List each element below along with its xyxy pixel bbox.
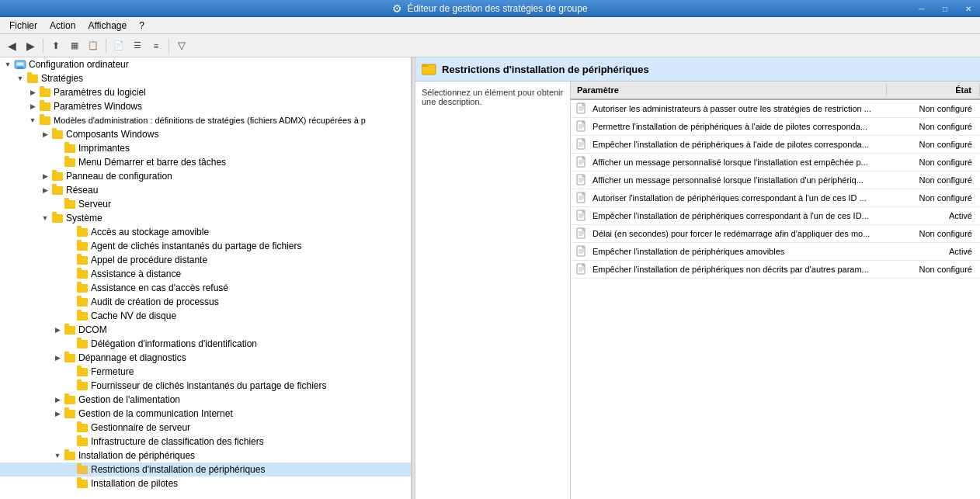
policy-status-cell: Non configuré	[887, 193, 980, 203]
tree-param-windows[interactable]: ▶ Paramètres Windows	[0, 99, 411, 113]
properties-button[interactable]: 📋	[85, 37, 102, 54]
fournisseur-folder-icon	[76, 379, 89, 392]
param-column-header[interactable]: Paramètre	[571, 84, 887, 96]
view-button[interactable]: 📄	[110, 37, 127, 54]
detail-button[interactable]: ≡	[148, 37, 165, 54]
menu-fichier[interactable]: Fichier	[3, 19, 43, 33]
menu-affichage[interactable]: Affichage	[82, 19, 133, 33]
policy-name-cell: Permettre l'installation de périphérique…	[589, 121, 887, 132]
tree-fermeture[interactable]: Fermeture	[0, 365, 411, 379]
policy-row[interactable]: Autoriser l'installation de périphérique…	[571, 189, 980, 207]
param-logiciel-expander[interactable]: ▶	[26, 86, 39, 99]
tree-gestion-alimentation[interactable]: ▶ Gestion de l'alimentation	[0, 393, 411, 407]
root-icon	[14, 58, 26, 71]
tree-delegation[interactable]: Délégation d'informations d'identificati…	[0, 337, 411, 351]
close-button[interactable]: ✕	[957, 0, 980, 17]
assistance-folder-icon	[76, 268, 89, 280]
tree-fournisseur-cliches[interactable]: Fournisseur de clichés instantanés du pa…	[0, 379, 411, 393]
up-button[interactable]: ⬆	[47, 37, 64, 54]
tree-panneau-config[interactable]: ▶ Panneau de configuration	[0, 169, 411, 183]
policy-row[interactable]: Autoriser les administrateurs à passer o…	[571, 100, 980, 118]
panneau-expander[interactable]: ▶	[39, 170, 51, 182]
appel-label: Appel de procédure distante	[91, 255, 207, 265]
tree-modeles-admin[interactable]: ▼ Modèles d'administration : définitions…	[0, 113, 411, 127]
acces-folder-icon	[76, 226, 89, 238]
policy-row[interactable]: Afficher un message personnalisé lorsque…	[571, 154, 980, 172]
svg-rect-3	[16, 68, 24, 69]
gestion-comm-folder-icon	[64, 407, 76, 420]
status-column-header[interactable]: État	[887, 84, 980, 96]
acces-label: Accès au stockage amovible	[91, 227, 209, 237]
tree-restrictions-install[interactable]: Restrictions d'installation de périphéri…	[0, 463, 411, 476]
list-button[interactable]: ☰	[129, 37, 146, 54]
audit-label: Audit de création de processus	[91, 296, 219, 307]
cache-folder-icon	[76, 310, 89, 322]
tree-gestion-communication[interactable]: ▶ Gestion de la communication Internet	[0, 407, 411, 421]
tree-dcom[interactable]: ▶ DCOM	[0, 323, 411, 337]
back-button[interactable]: ◀	[3, 37, 20, 54]
param-windows-folder-icon	[39, 100, 51, 113]
policy-name-cell: Afficher un message personnalisé lorsque…	[589, 157, 887, 168]
menu-aide[interactable]: ?	[133, 19, 151, 33]
tree-composants-windows[interactable]: ▶ Composants Windows	[0, 127, 411, 141]
tree-agent-cliches[interactable]: Agent de clichés instantanés du partage …	[0, 239, 411, 253]
minimize-button[interactable]: ─	[910, 0, 933, 17]
tree-appel-procedure[interactable]: Appel de procédure distante	[0, 253, 411, 267]
dcom-expander[interactable]: ▶	[51, 324, 64, 336]
forward-button[interactable]: ▶	[22, 37, 39, 54]
right-panel: Restrictions d'installation de périphéri…	[415, 57, 980, 499]
imprimantes-folder-icon	[64, 142, 76, 154]
tree-imprimantes[interactable]: Imprimantes	[0, 141, 411, 155]
systeme-expander[interactable]: ▼	[39, 212, 51, 224]
fermeture-folder-icon	[76, 366, 89, 378]
policy-status-cell: Activé	[887, 247, 980, 256]
tree-depannage[interactable]: ▶ Dépannage et diagnostics	[0, 351, 411, 365]
param-windows-expander[interactable]: ▶	[26, 100, 39, 113]
tree-reseau[interactable]: ▶ Réseau	[0, 183, 411, 197]
separator-1	[43, 39, 43, 53]
tree-strategies[interactable]: ▼ Stratégies	[0, 71, 411, 85]
policy-row[interactable]: Afficher un message personnalisé lorsque…	[571, 172, 980, 189]
menu-demarrer-folder-icon	[64, 156, 76, 168]
tree-serveur[interactable]: Serveur	[0, 197, 411, 211]
filter-button[interactable]: ▽	[173, 37, 190, 54]
tree-installation-periph[interactable]: ▼ Installation de périphériques	[0, 449, 411, 463]
policy-row[interactable]: Délai (en secondes) pour forcer le redém…	[571, 225, 980, 243]
tree-systeme[interactable]: ▼ Système	[0, 211, 411, 225]
gestion-alim-expander[interactable]: ▶	[51, 393, 64, 406]
root-expander[interactable]: ▼	[2, 58, 14, 71]
agent-label: Agent de clichés instantanés du partage …	[91, 241, 302, 251]
gestion-comm-expander[interactable]: ▶	[51, 407, 64, 420]
policy-row[interactable]: Permettre l'installation de périphérique…	[571, 118, 980, 136]
strategies-expander[interactable]: ▼	[14, 72, 26, 85]
show-hide-button[interactable]: ▦	[66, 37, 83, 54]
panneau-folder-icon	[51, 170, 64, 182]
policy-row[interactable]: Empêcher l'installation de périphériques…	[571, 136, 980, 154]
menu-action[interactable]: Action	[43, 19, 82, 33]
svg-rect-2	[17, 67, 23, 68]
policy-row[interactable]: Empêcher l'installation de périphériques…	[571, 261, 980, 279]
tree-param-logiciel[interactable]: ▶ Paramètres du logiciel	[0, 85, 411, 99]
tree-root[interactable]: ▼ Configuration ordinateur	[0, 57, 411, 71]
composants-folder-icon	[51, 128, 64, 140]
app-icon: ⚙	[392, 2, 402, 15]
depannage-expander[interactable]: ▶	[51, 352, 64, 364]
policy-row[interactable]: Empêcher l'installation de périphériques…	[571, 243, 980, 261]
tree-assistance-distance[interactable]: Assistance à distance	[0, 267, 411, 281]
tree-installation-pilotes[interactable]: Installation de pilotes	[0, 476, 411, 490]
tree-cache-nv[interactable]: Cache NV de disque	[0, 309, 411, 323]
tree-assistance-acces[interactable]: Assistance en cas d'accès refusé	[0, 281, 411, 295]
strategies-folder-icon	[26, 72, 39, 85]
composants-expander[interactable]: ▶	[39, 128, 51, 140]
tree-gestionnaire-serveur[interactable]: Gestionnaire de serveur	[0, 421, 411, 435]
tree-menu-demarrer[interactable]: Menu Démarrer et barre des tâches	[0, 155, 411, 169]
modeles-admin-expander[interactable]: ▼	[26, 114, 39, 126]
tree-infrastructure-class[interactable]: Infrastructure de classification des fic…	[0, 435, 411, 449]
tree-acces-stockage[interactable]: Accès au stockage amovible	[0, 225, 411, 239]
install-periph-expander[interactable]: ▼	[51, 449, 64, 462]
maximize-button[interactable]: □	[933, 0, 957, 17]
reseau-expander[interactable]: ▶	[39, 184, 51, 196]
policy-status-cell: Non configuré	[887, 229, 980, 238]
tree-audit-processus[interactable]: Audit de création de processus	[0, 295, 411, 309]
policy-row[interactable]: Empêcher l'installation de périphériques…	[571, 207, 980, 225]
